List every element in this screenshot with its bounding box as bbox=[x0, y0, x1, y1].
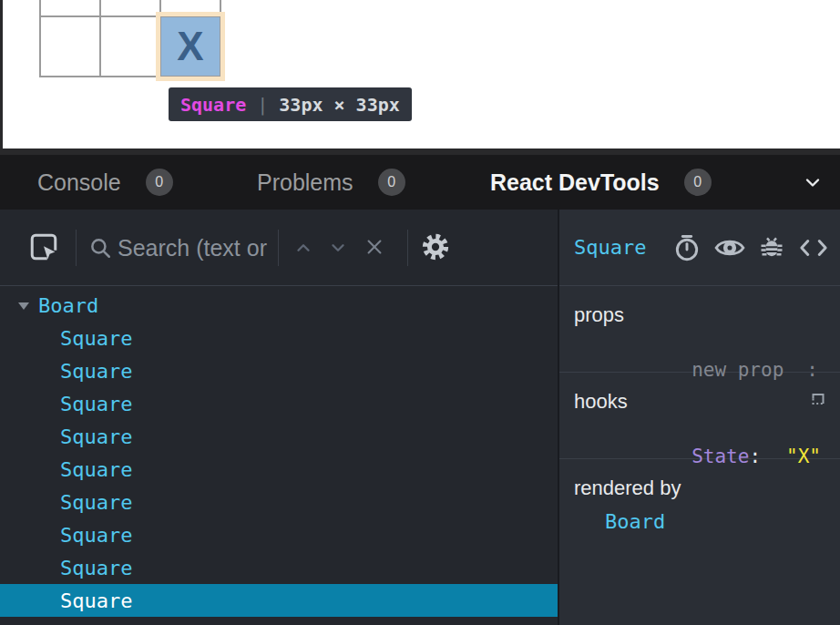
tree-row-label: Square bbox=[60, 589, 132, 612]
tree-row-label: Square bbox=[60, 393, 132, 415]
tab-bar: Console 0 Problems 0 React DevTools 0 bbox=[0, 155, 840, 210]
tooltip-component-name: Square bbox=[180, 94, 246, 116]
tree-row-board[interactable]: Board bbox=[0, 289, 558, 322]
tree-row-square[interactable]: Square bbox=[0, 453, 558, 486]
chevron-down-icon[interactable] bbox=[802, 171, 824, 193]
tree-row-square[interactable]: Square bbox=[0, 486, 558, 518]
react-devtools-panel: Board Square Square Square Square Square… bbox=[0, 210, 840, 625]
expander-triangle-icon[interactable] bbox=[18, 302, 29, 310]
tree-toolbar bbox=[0, 210, 558, 286]
tab-count-badge: 0 bbox=[378, 169, 405, 196]
board-cell[interactable] bbox=[40, 0, 100, 16]
tree-row-label: Square bbox=[60, 524, 132, 547]
inspect-element-icon[interactable] bbox=[27, 231, 60, 263]
tree-row-square[interactable]: Square bbox=[0, 354, 558, 387]
board-cell[interactable] bbox=[160, 0, 220, 16]
tree-row-square[interactable]: Square bbox=[0, 420, 558, 453]
hooks-section-label: hooks bbox=[574, 390, 825, 414]
page-left-border bbox=[0, 0, 3, 149]
tab-count-badge: 0 bbox=[146, 169, 173, 196]
tree-row-label: Square bbox=[60, 425, 132, 448]
hooks-section: hooks State:"X" bbox=[559, 373, 840, 459]
tab-count-badge: 0 bbox=[684, 169, 712, 196]
rendered-by-section: rendered by Board bbox=[559, 459, 840, 625]
previous-result-icon[interactable] bbox=[293, 238, 313, 258]
tree-row-label: Square bbox=[60, 327, 132, 350]
tree-row-label: Square bbox=[60, 491, 132, 514]
inspect-tooltip: Square | 33px × 33px bbox=[169, 87, 412, 121]
tree-row-label: Square bbox=[60, 557, 132, 579]
next-result-icon[interactable] bbox=[328, 238, 348, 258]
inspected-element-panel: Square props new prop:"" hooks bbox=[559, 210, 840, 625]
toolbar-divider bbox=[278, 230, 279, 266]
board-grid: X bbox=[39, 0, 221, 77]
board-cell[interactable] bbox=[100, 16, 160, 77]
tree-row-label: Square bbox=[60, 360, 132, 383]
tab-react-devtools[interactable]: React DevTools 0 bbox=[490, 155, 712, 210]
tree-row-label: Board bbox=[38, 294, 98, 317]
toolbar-divider bbox=[407, 230, 408, 266]
inspect-dom-eye-icon[interactable] bbox=[714, 232, 745, 263]
inspected-component-title: Square bbox=[574, 236, 646, 259]
tree-row-label: Square bbox=[60, 458, 132, 481]
tab-problems[interactable]: Problems 0 bbox=[257, 155, 405, 210]
tab-label: React DevTools bbox=[490, 169, 660, 196]
tab-console[interactable]: Console 0 bbox=[37, 155, 173, 210]
props-section-label: props bbox=[574, 303, 825, 327]
components-tree-panel: Board Square Square Square Square Square… bbox=[0, 210, 558, 625]
inspected-actions bbox=[672, 232, 829, 263]
gear-icon[interactable] bbox=[421, 232, 450, 261]
tooltip-separator: | bbox=[257, 94, 268, 116]
tab-label: Problems bbox=[257, 169, 353, 196]
rendered-by-label: rendered by bbox=[574, 476, 825, 500]
tree-row-square[interactable]: Square bbox=[0, 551, 558, 584]
search-icon bbox=[88, 236, 112, 260]
window-separator bbox=[0, 149, 840, 155]
props-section: props new prop:"" bbox=[559, 286, 840, 373]
board-cell[interactable] bbox=[100, 0, 160, 16]
rendered-by-board-link[interactable]: Board bbox=[574, 510, 825, 533]
search-input[interactable] bbox=[116, 229, 272, 267]
debug-bug-icon[interactable] bbox=[758, 234, 785, 261]
parse-hook-names-icon[interactable] bbox=[807, 388, 829, 410]
clear-search-icon[interactable] bbox=[364, 237, 384, 257]
suspend-timer-icon[interactable] bbox=[672, 233, 702, 262]
toolbar-divider bbox=[76, 230, 77, 266]
tooltip-dimensions: 33px × 33px bbox=[279, 94, 399, 116]
tree-row-square[interactable]: Square bbox=[0, 518, 558, 551]
tab-label: Console bbox=[37, 169, 121, 196]
view-source-code-icon[interactable] bbox=[798, 234, 829, 261]
browser-page: X Square | 33px × 33px bbox=[0, 0, 840, 149]
board-cell[interactable] bbox=[40, 16, 100, 77]
board-cell-x[interactable]: X bbox=[160, 16, 220, 77]
component-tree: Board Square Square Square Square Square… bbox=[0, 287, 558, 625]
tree-row-square[interactable]: Square bbox=[0, 322, 558, 354]
tree-row-square[interactable]: Square bbox=[0, 584, 558, 617]
tree-row-square[interactable]: Square bbox=[0, 387, 558, 420]
inspected-toolbar: Square bbox=[559, 210, 840, 286]
